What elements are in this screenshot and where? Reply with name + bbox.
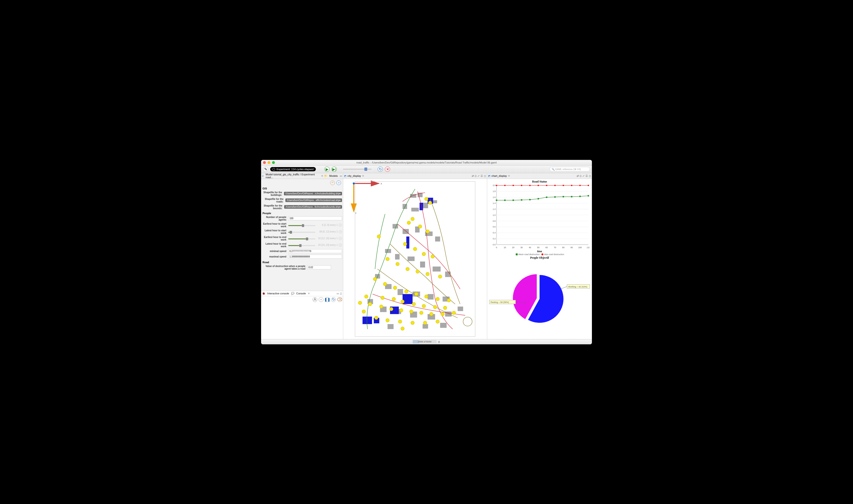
road-status-chart: 0.00.20.40.60.81.01.21.41.61.82.00102030… [490, 183, 589, 250]
city-map: X Y [343, 179, 487, 339]
parameters-panel: ↶ ＋ GIS Shapefile for the buildings: /Us… [261, 179, 343, 291]
reset-icon[interactable]: ↺ [339, 230, 342, 233]
snapshot-icon[interactable]: ⎙ [580, 175, 581, 178]
svg-point-146 [588, 185, 589, 186]
tab-model[interactable]: Model tutorial_gis_city_traffic / Experi… [265, 173, 320, 179]
zoom-fit-icon[interactable]: ⤢ [582, 175, 584, 178]
minimize-panel-icon[interactable]: ▭ [340, 175, 342, 178]
svg-rect-20 [420, 262, 425, 268]
layers-icon[interactable]: ☰ [585, 175, 588, 178]
max-view-icon[interactable]: ◻ [589, 175, 591, 178]
window-title: road_traffic - /Users/ben/Dev/GitReposit… [261, 161, 592, 164]
close-chart-icon[interactable]: ✕ [508, 175, 510, 178]
add-param-button[interactable]: ＋ [336, 180, 341, 185]
svg-point-53 [426, 230, 429, 233]
font-inc-button[interactable]: A [312, 297, 317, 302]
close-console-icon[interactable]: ✕ [308, 292, 310, 295]
display-icon: ◩ [344, 175, 346, 178]
late-end-slider[interactable] [288, 245, 315, 246]
early-start-slider[interactable] [288, 225, 315, 226]
stop-button[interactable]: ✕ [385, 166, 390, 172]
close-tab-icon[interactable]: ✕ [321, 175, 323, 178]
trash-icon[interactable]: 🗑 [438, 341, 440, 343]
tab-models-nav[interactable]: Models [328, 174, 339, 178]
minimize-icon[interactable] [268, 161, 270, 164]
roads-shapefile-dropdown[interactable]: /Users/ben/Dev/GitRepos...affic/includes… [285, 198, 342, 202]
step-button[interactable]: ▶| [331, 166, 337, 172]
font-dec-button[interactable]: A [319, 297, 324, 302]
svg-rect-27 [428, 294, 434, 299]
max-speed-input[interactable] [288, 255, 342, 259]
clear-console-button[interactable]: ⌫ [337, 297, 342, 302]
svg-point-139 [529, 185, 531, 186]
tab-city-display[interactable]: city_display [347, 175, 361, 177]
late-start-slider[interactable] [288, 232, 315, 233]
search-input[interactable]: 🔍 GAML reference (⌘⇧H) [549, 167, 590, 172]
svg-text:100: 100 [578, 246, 582, 248]
svg-rect-155 [563, 196, 564, 197]
svg-point-77 [400, 308, 403, 312]
reset-icon[interactable]: ↺ [339, 237, 342, 240]
min-icon[interactable]: ▭ [337, 292, 339, 295]
early-end-slider[interactable] [288, 238, 315, 239]
svg-text:40: 40 [529, 246, 531, 248]
svg-point-86 [398, 320, 402, 323]
zoom-fit-icon[interactable]: ⤢ [477, 175, 479, 178]
sync-icon[interactable]: ⇄ [577, 175, 579, 178]
memory-indicator[interactable]: 159M of 604M [413, 340, 436, 343]
bounds-shapefile-dropdown[interactable]: /Users/ben/Dev/GitRepos...fic/includes/b… [284, 205, 342, 209]
window-controls [263, 161, 275, 164]
max-view-icon[interactable]: ◻ [484, 175, 486, 178]
svg-point-69 [415, 292, 418, 296]
svg-point-71 [436, 297, 439, 301]
svg-point-144 [571, 185, 573, 186]
city-display-canvas[interactable]: X Y [343, 179, 487, 339]
chart-legend: Mean road destruction Max road destructi… [488, 253, 591, 256]
speed-slider[interactable] [343, 169, 371, 170]
svg-rect-19 [407, 256, 414, 261]
zoom-icon[interactable] [272, 161, 275, 164]
layers-icon[interactable]: ☰ [480, 175, 483, 178]
tab-chart-display[interactable]: chart_display [491, 175, 507, 177]
svg-point-74 [368, 302, 372, 306]
console-panel: 🐞 Interactive console 💬 Console ✕ ▭ ◻ A … [261, 291, 343, 339]
charts-canvas[interactable]: Road Status 0.00.20.40.60.81.01.21.41.61… [487, 179, 592, 339]
reset-icon[interactable]: ↺ [339, 223, 342, 227]
road-status-title: Road Status [488, 180, 591, 183]
svg-text:1.0: 1.0 [493, 214, 495, 216]
svg-rect-154 [554, 196, 556, 198]
svg-point-68 [405, 290, 408, 293]
svg-point-66 [383, 282, 387, 286]
nb-agents-input[interactable] [288, 216, 342, 220]
tab-console[interactable]: Console [296, 292, 306, 295]
reset-icon[interactable]: ↺ [339, 244, 342, 247]
svg-point-4 [353, 182, 355, 184]
close-icon[interactable] [263, 161, 266, 164]
max-icon[interactable]: ◻ [340, 292, 342, 295]
svg-text:1.6: 1.6 [493, 196, 495, 198]
close-display-icon[interactable]: ✕ [362, 175, 364, 178]
refresh-console-button[interactable]: ↻ [331, 297, 336, 302]
svg-point-75 [380, 305, 383, 308]
edit-button[interactable]: ✎ [263, 166, 268, 172]
destruction-input[interactable] [307, 265, 331, 269]
buildings-shapefile-dropdown[interactable]: /Users/ben/Dev/GitReposi...ic/includes/b… [284, 192, 342, 195]
snapshot-icon[interactable]: ⎙ [475, 175, 476, 178]
pause-console-button[interactable]: ❚❚ [325, 297, 330, 302]
svg-point-140 [538, 185, 539, 186]
svg-rect-41 [420, 202, 423, 210]
revert-button[interactable]: ↶ [330, 180, 335, 185]
svg-point-91 [412, 302, 416, 306]
reload-button[interactable]: ↻ [378, 166, 383, 172]
svg-rect-152 [538, 198, 539, 199]
tab-interactive-console[interactable]: Interactive console [267, 292, 289, 295]
min-speed-input[interactable] [288, 249, 342, 253]
play-button[interactable]: ▶ [324, 166, 330, 172]
svg-point-52 [418, 224, 422, 228]
svg-point-88 [423, 321, 427, 325]
svg-point-85 [386, 318, 389, 322]
sync-icon[interactable]: ⇄ [472, 175, 474, 178]
section-gis: GIS [262, 186, 342, 191]
svg-point-89 [436, 320, 439, 323]
svg-point-60 [396, 262, 399, 266]
